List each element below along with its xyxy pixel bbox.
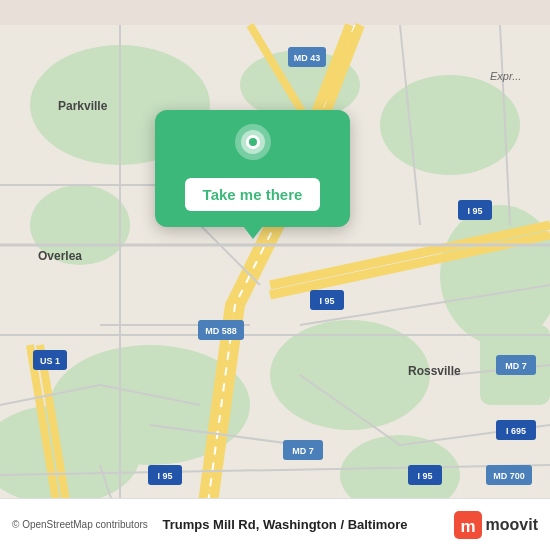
svg-text:m: m [460,517,475,536]
moovit-icon: m [454,511,482,539]
svg-text:Expr...: Expr... [490,70,521,82]
svg-text:I 95: I 95 [157,471,172,481]
svg-text:MD 588: MD 588 [205,326,237,336]
svg-text:US 1: US 1 [40,356,60,366]
popup-card: Take me there [155,110,350,227]
svg-point-40 [249,138,257,146]
svg-text:Rossville: Rossville [408,364,461,378]
svg-point-6 [270,320,430,430]
take-me-there-button[interactable]: Take me there [185,178,321,211]
svg-text:I 95: I 95 [319,296,334,306]
svg-point-4 [380,75,520,175]
svg-text:MD 7: MD 7 [505,361,527,371]
svg-text:I 95: I 95 [467,206,482,216]
svg-text:I 95: I 95 [417,471,432,481]
svg-text:I 695: I 695 [506,426,526,436]
location-label: Trumps Mill Rd, Washington / Baltimore [163,517,444,532]
svg-text:Parkville: Parkville [58,99,108,113]
bottom-bar: © OpenStreetMap contributors Trumps Mill… [0,498,550,550]
location-pin-icon [231,124,275,168]
moovit-logo: m moovit [454,511,538,539]
svg-text:MD 43: MD 43 [294,53,321,63]
osm-credit: © OpenStreetMap contributors [12,519,153,530]
svg-text:Overlea: Overlea [38,249,82,263]
map-background: MD 43 I 95 US 1 I 95 MD 7 MD 588 I 95 MD… [0,0,550,550]
svg-text:MD 7: MD 7 [292,446,314,456]
map-container: MD 43 I 95 US 1 I 95 MD 7 MD 588 I 95 MD… [0,0,550,550]
svg-text:MD 700: MD 700 [493,471,525,481]
moovit-brand-text: moovit [486,516,538,534]
